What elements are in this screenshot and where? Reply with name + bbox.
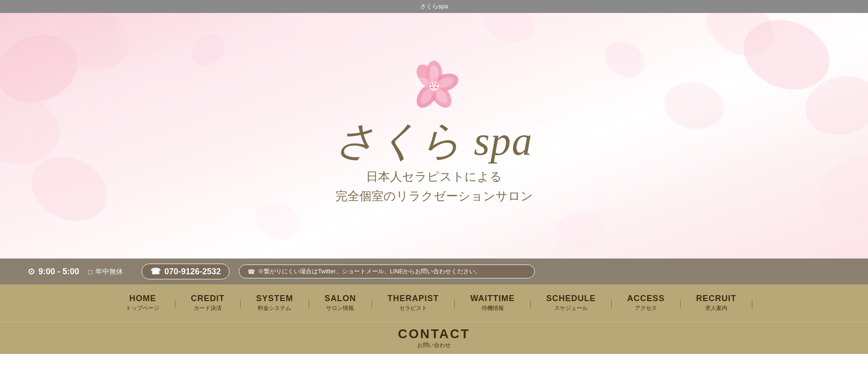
navigation-bar: HOME トップページ | CREDIT カード決済 | SYSTEM 料金シス… <box>0 284 868 322</box>
nav-item-schedule[interactable]: SCHEDULE スケジュール <box>533 294 609 312</box>
nav-waittime-en: WAITTIME <box>471 294 515 303</box>
svg-point-1 <box>50 13 136 77</box>
phone-icon: ☎ <box>150 266 161 277</box>
nav-item-access[interactable]: ACCESS アクセス <box>614 294 678 312</box>
nav-credit-en: CREDIT <box>191 294 224 303</box>
twitter-note-text: ※繋がりにくい場合はTwitter、ショートメール、LINEからお問い合わせくだ… <box>258 267 481 276</box>
sakura-logo-icon <box>404 56 464 116</box>
calendar-icon: □ <box>88 268 93 276</box>
nav-divider-1: | <box>174 298 176 309</box>
svg-point-13 <box>598 34 651 85</box>
nav-access-jp: アクセス <box>635 304 657 312</box>
nav-therapist-en: THERAPIST <box>387 294 439 303</box>
nav-schedule-en: SCHEDULE <box>546 294 596 303</box>
svg-point-6 <box>799 68 868 143</box>
nav-waittime-jp: 待機情報 <box>482 304 504 312</box>
contact-label-jp: お問い合わせ <box>417 341 451 349</box>
svg-point-12 <box>185 27 231 72</box>
twitter-note: ☎ ※繋がりにくい場合はTwitter、ショートメール、LINEからお問い合わせ… <box>239 265 535 278</box>
nav-schedule-jp: スケジュール <box>554 304 588 312</box>
svg-point-9 <box>660 77 727 133</box>
nav-system-en: SYSTEM <box>256 294 293 303</box>
nav-salon-jp: サロン情報 <box>326 304 354 312</box>
nav-salon-en: SALON <box>324 294 356 303</box>
phone-number[interactable]: ☎ 070-9126-2532 <box>142 264 229 279</box>
clock-icon: ⊙ <box>28 266 35 277</box>
svg-point-10 <box>293 13 355 57</box>
nav-divider-4: | <box>371 298 372 309</box>
site-subtitle: 日本人セラピストによる 完全個室のリラクゼーションサロン <box>335 167 533 206</box>
nav-divider-2: | <box>239 298 241 309</box>
site-title: さくら spa <box>335 121 533 162</box>
phone-text: 070-9126-2532 <box>164 267 221 277</box>
svg-point-3 <box>107 13 189 65</box>
nav-item-system[interactable]: SYSTEM 料金システム <box>243 294 306 312</box>
nav-item-therapist[interactable]: THERAPIST セラピスト <box>374 294 452 312</box>
nav-items: HOME トップページ | CREDIT カード決済 | SYSTEM 料金シス… <box>9 294 859 312</box>
svg-point-15 <box>549 206 608 255</box>
nav-item-salon[interactable]: SALON サロン情報 <box>311 294 369 312</box>
svg-point-0 <box>0 24 87 113</box>
nav-divider-6: | <box>530 298 532 309</box>
holiday-info: □ 年中無休 <box>88 267 123 276</box>
nav-home-jp: トップページ <box>126 304 159 312</box>
page-title: さくらspa <box>420 2 448 11</box>
nav-home-en: HOME <box>129 294 156 303</box>
nav-item-credit[interactable]: CREDIT カード決済 <box>178 294 237 312</box>
nav-divider-5: | <box>453 298 455 309</box>
svg-point-5 <box>734 13 839 101</box>
hero-section: さくら spa 日本人セラピストによる 完全個室のリラクゼーションサロン <box>0 13 868 259</box>
nav-credit-jp: カード決済 <box>194 304 222 312</box>
svg-point-8 <box>809 142 868 236</box>
nav-therapist-jp: セラピスト <box>399 304 427 312</box>
nav-divider-8: | <box>680 298 682 309</box>
svg-point-28 <box>429 65 439 84</box>
svg-point-2 <box>0 87 66 171</box>
hero-content: さくら spa 日本人セラピストによる 完全個室のリラクゼーションサロン <box>335 56 533 206</box>
business-hours: ⊙ 9:00 - 5:00 <box>28 266 79 277</box>
svg-point-11 <box>479 13 539 48</box>
nav-system-jp: 料金システム <box>258 304 291 312</box>
nav-divider-7: | <box>611 298 613 309</box>
contact-label-en: CONTACT <box>398 327 470 341</box>
nav-item-home[interactable]: HOME トップページ <box>113 294 172 312</box>
phone2-icon: ☎ <box>248 268 255 275</box>
svg-point-4 <box>21 145 118 233</box>
browser-title-bar: さくらspa <box>0 0 868 13</box>
contact-section[interactable]: CONTACT お問い合わせ <box>0 322 868 354</box>
nav-divider-9: | <box>751 298 753 309</box>
info-bar: ⊙ 9:00 - 5:00 □ 年中無休 ☎ 070-9126-2532 ☎ ※… <box>0 259 868 284</box>
nav-access-en: ACCESS <box>627 294 665 303</box>
svg-point-14 <box>250 197 305 246</box>
nav-recruit-en: RECRUIT <box>696 294 737 303</box>
holiday-text: 年中無休 <box>95 267 123 276</box>
nav-recruit-jp: 求人案内 <box>705 304 727 312</box>
nav-item-waittime[interactable]: WAITTIME 待機情報 <box>458 294 528 312</box>
nav-divider-3: | <box>308 298 310 309</box>
svg-point-7 <box>697 13 784 68</box>
nav-item-recruit[interactable]: RECRUIT 求人案内 <box>683 294 750 312</box>
hours-text: 9:00 - 5:00 <box>38 267 79 277</box>
